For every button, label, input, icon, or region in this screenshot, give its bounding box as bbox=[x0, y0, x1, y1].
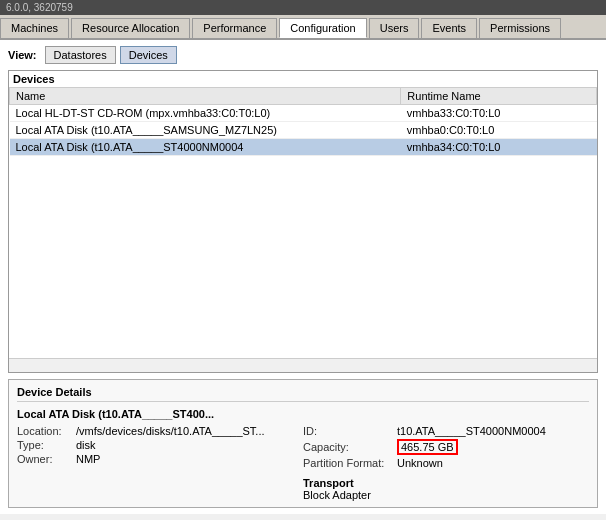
tab-users[interactable]: Users bbox=[369, 18, 420, 38]
details-right: ID: t10.ATA_____ST4000NM0004 Capacity: 4… bbox=[303, 425, 589, 501]
device-name-cell: Local ATA Disk (t10.ATA_____SAMSUNG_MZ7L… bbox=[10, 122, 401, 139]
id-row: ID: t10.ATA_____ST4000NM0004 bbox=[303, 425, 589, 437]
tab-permissions[interactable]: Permissions bbox=[479, 18, 561, 38]
view-label: View: bbox=[8, 49, 37, 61]
devices-table: Name Runtime Name Local HL-DT-ST CD-ROM … bbox=[9, 87, 597, 156]
table-row[interactable]: Local ATA Disk (t10.ATA_____SAMSUNG_MZ7L… bbox=[10, 122, 597, 139]
device-details-panel: Device Details Local ATA Disk (t10.ATA__… bbox=[8, 379, 598, 508]
location-label: Location: bbox=[17, 425, 72, 437]
type-label: Type: bbox=[17, 439, 72, 451]
partition-label: Partition Format: bbox=[303, 457, 393, 469]
id-label: ID: bbox=[303, 425, 393, 437]
horizontal-scrollbar[interactable] bbox=[9, 358, 597, 372]
location-row: Location: /vmfs/devices/disks/t10.ATA___… bbox=[17, 425, 303, 437]
tab-resource-allocation[interactable]: Resource Allocation bbox=[71, 18, 190, 38]
transport-section: Transport Block Adapter bbox=[303, 477, 589, 501]
capacity-row: Capacity: 465.75 GB bbox=[303, 439, 589, 455]
partition-row: Partition Format: Unknown bbox=[303, 457, 589, 469]
tab-machines[interactable]: Machines bbox=[0, 18, 69, 38]
id-value: t10.ATA_____ST4000NM0004 bbox=[397, 425, 546, 437]
capacity-value: 465.75 GB bbox=[397, 439, 458, 455]
transport-title: Transport bbox=[303, 477, 589, 489]
owner-label: Owner: bbox=[17, 453, 72, 465]
tab-configuration[interactable]: Configuration bbox=[279, 18, 366, 38]
type-row: Type: disk bbox=[17, 439, 303, 451]
content-area: View: Datastores Devices Devices Name Ru… bbox=[0, 40, 606, 514]
capacity-label: Capacity: bbox=[303, 441, 393, 453]
table-row-selected[interactable]: Local ATA Disk (t10.ATA_____ST4000NM0004… bbox=[10, 139, 597, 156]
device-details-title: Device Details bbox=[17, 386, 589, 402]
device-name-cell: Local HL-DT-ST CD-ROM (mpx.vmhba33:C0:T0… bbox=[10, 105, 401, 122]
col-header-runtime: Runtime Name bbox=[401, 88, 597, 105]
type-value: disk bbox=[76, 439, 96, 451]
tab-performance[interactable]: Performance bbox=[192, 18, 277, 38]
device-details-name: Local ATA Disk (t10.ATA_____ST400... bbox=[17, 408, 589, 420]
device-runtime-cell: vmhba0:C0:T0:L0 bbox=[401, 122, 597, 139]
table-row[interactable]: Local HL-DT-ST CD-ROM (mpx.vmhba33:C0:T0… bbox=[10, 105, 597, 122]
device-name-cell: Local ATA Disk (t10.ATA_____ST4000NM0004 bbox=[10, 139, 401, 156]
view-devices-button[interactable]: Devices bbox=[120, 46, 177, 64]
details-grid: Location: /vmfs/devices/disks/t10.ATA___… bbox=[17, 425, 589, 501]
title-bar: 6.0.0, 3620759 bbox=[0, 0, 606, 15]
title-text: 6.0.0, 3620759 bbox=[6, 2, 73, 13]
owner-value: NMP bbox=[76, 453, 100, 465]
details-left: Location: /vmfs/devices/disks/t10.ATA___… bbox=[17, 425, 303, 501]
device-runtime-cell: vmhba34:C0:T0:L0 bbox=[401, 139, 597, 156]
partition-value: Unknown bbox=[397, 457, 443, 469]
col-header-name: Name bbox=[10, 88, 401, 105]
view-bar: View: Datastores Devices bbox=[8, 46, 598, 64]
devices-table-wrapper[interactable]: Name Runtime Name Local HL-DT-ST CD-ROM … bbox=[9, 87, 597, 358]
devices-section: Devices Name Runtime Name Local HL-DT-ST… bbox=[8, 70, 598, 373]
location-value: /vmfs/devices/disks/t10.ATA_____ST... bbox=[76, 425, 265, 437]
device-runtime-cell: vmhba33:C0:T0:L0 bbox=[401, 105, 597, 122]
tab-bar: Machines Resource Allocation Performance… bbox=[0, 15, 606, 40]
devices-title: Devices bbox=[9, 71, 597, 87]
owner-row: Owner: NMP bbox=[17, 453, 303, 465]
transport-value: Block Adapter bbox=[303, 489, 589, 501]
view-datastores-button[interactable]: Datastores bbox=[45, 46, 116, 64]
tab-events[interactable]: Events bbox=[421, 18, 477, 38]
